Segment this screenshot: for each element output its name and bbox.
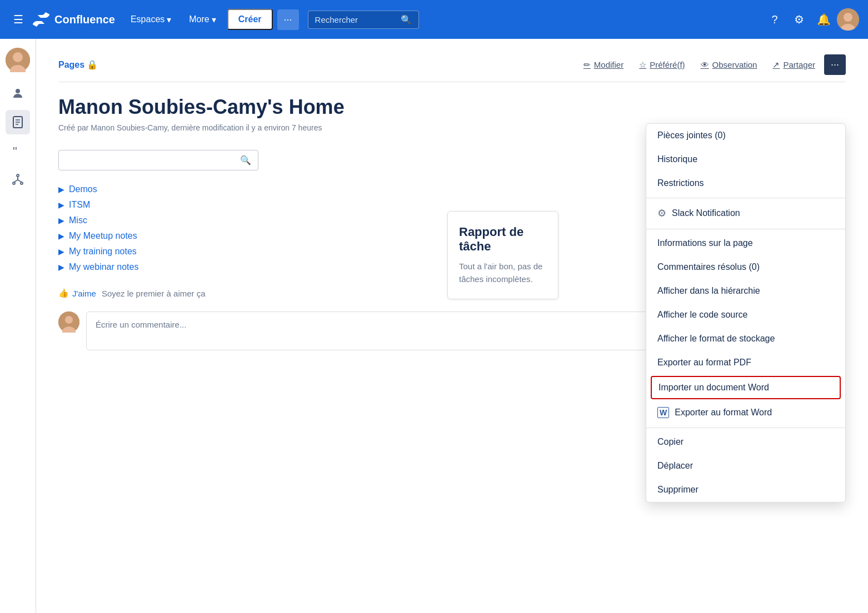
nav-more[interactable]: More ▾	[182, 10, 222, 29]
sidebar-item-quotes[interactable]: "	[6, 139, 30, 163]
chevron-icon: ▶	[58, 232, 64, 240]
tree-item-link[interactable]: ITSM	[69, 200, 90, 210]
logo[interactable]: Confluence	[32, 11, 115, 28]
dropdown-item-export-word[interactable]: W Exporter au format Word	[646, 400, 845, 425]
nav-search-bar[interactable]: Rechercher 🔍	[308, 11, 419, 29]
observation-button[interactable]: 👁 Observation	[694, 57, 764, 73]
lock-icon: 🔒	[87, 59, 98, 70]
sidebar-item-person[interactable]	[6, 81, 30, 105]
tree-item-link[interactable]: My Meetup notes	[69, 231, 137, 241]
avatar-image	[837, 8, 859, 31]
dropdown-item-resolved-comments[interactable]: Commentaires résolus (0)	[646, 255, 845, 279]
edit-icon: ✏	[583, 60, 591, 70]
nav-espaces[interactable]: Espaces ▾	[124, 10, 178, 29]
nav-icons: ? ⚙ 🔔	[764, 8, 859, 31]
word-icon: W	[657, 407, 669, 418]
hierarchy-icon	[11, 173, 24, 187]
chevron-icon: ▶	[58, 185, 64, 194]
dropdown-item-source[interactable]: Afficher le code source	[646, 303, 845, 327]
nav-dots-button[interactable]: ···	[277, 9, 299, 30]
tree-item-link[interactable]: My webinar notes	[69, 262, 138, 272]
notifications-icon-button[interactable]: 🔔	[812, 8, 835, 31]
svg-point-13	[13, 182, 15, 184]
dropdown-item-copy[interactable]: Copier	[646, 430, 845, 454]
svg-point-19	[65, 316, 73, 324]
pages-icon	[11, 115, 24, 129]
dropdown-item-export-pdf[interactable]: Exporter au format PDF	[646, 351, 845, 375]
chevron-icon: ▶	[58, 263, 64, 272]
prefere-button[interactable]: ☆ Préféré(f)	[632, 57, 691, 73]
commenter-avatar-image	[58, 311, 79, 333]
partager-button[interactable]: ↗ Partager	[766, 57, 822, 73]
rapport-card: Rapport de tâche Tout a l'air bon, pas d…	[447, 211, 558, 299]
page-title: Manon Soubies-Camy's Home	[58, 96, 846, 119]
dropdown-divider-3	[646, 428, 845, 428]
sidebar-avatar-image	[6, 48, 30, 72]
pages-breadcrumb[interactable]: Pages	[58, 60, 84, 70]
chevron-icon: ▶	[58, 247, 64, 256]
star-icon: ☆	[639, 60, 646, 70]
quotes-icon: "	[11, 144, 24, 158]
modifier-button[interactable]: ✏ Modifier	[577, 57, 630, 73]
dropdown-item-page-info[interactable]: Informations sur la page	[646, 232, 845, 255]
chevron-icon: ▶	[58, 216, 64, 225]
share-icon: ↗	[772, 60, 780, 70]
svg-point-1	[844, 13, 852, 22]
more-options-button[interactable]: ···	[824, 54, 846, 75]
svg-text:": "	[13, 144, 17, 158]
search-input[interactable]	[66, 155, 240, 165]
settings-icon-button[interactable]: ⚙	[788, 8, 810, 31]
search-label: Rechercher	[315, 15, 401, 24]
tree-item-link[interactable]: My training notes	[69, 247, 137, 257]
dropdown-divider-2	[646, 229, 845, 229]
tree-item-link[interactable]: Misc	[69, 215, 87, 225]
person-icon	[11, 87, 24, 100]
rapport-title: Rapport de tâche	[459, 225, 547, 254]
page-search-bar[interactable]: 🔍	[58, 150, 258, 170]
eye-icon: 👁	[701, 60, 709, 69]
sidebar-item-hierarchy[interactable]	[6, 168, 30, 192]
like-text: Soyez le premier à aimer ça	[102, 289, 206, 298]
svg-point-4	[13, 52, 23, 62]
creer-button[interactable]: Créer	[227, 9, 273, 30]
sidebar-avatar[interactable]	[6, 48, 30, 72]
comment-avatar	[58, 311, 79, 333]
dropdown-item-history[interactable]: Historique	[646, 148, 845, 172]
svg-line-16	[14, 180, 18, 182]
dropdown-divider	[646, 198, 845, 198]
svg-line-17	[18, 180, 22, 182]
page-toolbar: Pages 🔒 ✏ Modifier ☆ Préféré(f) 👁 Observ…	[58, 54, 846, 82]
tree-item-link[interactable]: Demos	[69, 184, 97, 194]
dropdown-item-show-hierarchy[interactable]: Afficher dans la hiérarchie	[646, 279, 845, 303]
dropdown-item-storage[interactable]: Afficher le format de stockage	[646, 327, 845, 351]
main-content: Pages 🔒 ✏ Modifier ☆ Préféré(f) 👁 Observ…	[36, 39, 868, 613]
hamburger-menu[interactable]: ☰	[9, 8, 28, 31]
user-avatar-nav[interactable]	[837, 8, 859, 31]
like-button[interactable]: 👍 J'aime	[58, 288, 96, 298]
svg-point-14	[21, 182, 23, 184]
sidebar-item-pages[interactable]	[6, 110, 30, 134]
left-sidebar: "	[0, 39, 36, 613]
svg-point-12	[17, 174, 19, 177]
search-icon: 🔍	[240, 155, 251, 165]
svg-point-6	[16, 89, 20, 93]
rapport-status: Tout a l'air bon, pas de tâches incomplè…	[459, 260, 547, 285]
chevron-icon: ▶	[58, 200, 64, 209]
top-nav: ☰ Confluence Espaces ▾ More ▾ Créer ··· …	[0, 0, 868, 39]
dropdown-item-delete[interactable]: Supprimer	[646, 478, 845, 502]
thumbs-up-icon: 👍	[58, 288, 69, 298]
dropdown-item-slack[interactable]: ⚙ Slack Notification	[646, 200, 845, 227]
help-icon-button[interactable]: ?	[764, 8, 786, 31]
confluence-logo-icon	[32, 11, 50, 28]
logo-text: Confluence	[54, 13, 115, 26]
dropdown-item-restrictions[interactable]: Restrictions	[646, 172, 845, 195]
search-icon: 🔍	[401, 14, 412, 25]
dropdown-menu: Pièces jointes (0) Historique Restrictio…	[646, 123, 846, 503]
dropdown-item-attachments[interactable]: Pièces jointes (0)	[646, 124, 845, 148]
dropdown-item-move[interactable]: Déplacer	[646, 454, 845, 478]
dropdown-item-import-word[interactable]: Importer un document Word	[651, 376, 841, 399]
slack-icon: ⚙	[657, 207, 666, 219]
